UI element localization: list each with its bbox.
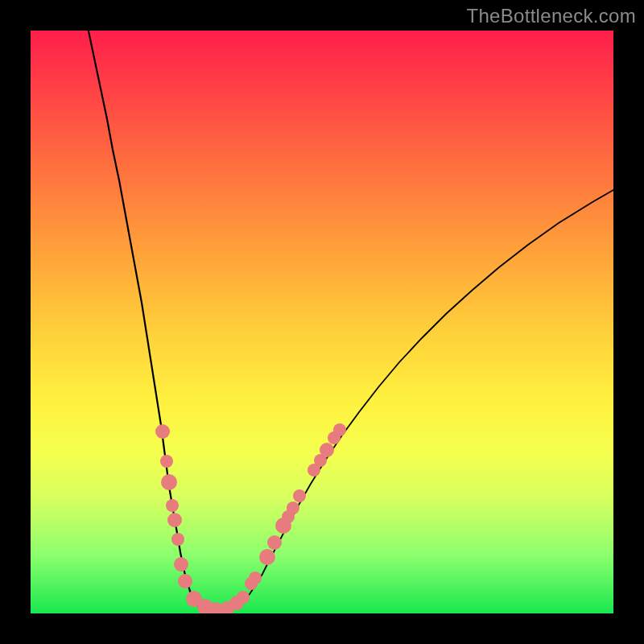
data-point xyxy=(237,591,250,604)
data-point xyxy=(166,499,179,512)
data-point xyxy=(171,533,184,546)
dot-layer xyxy=(31,31,613,613)
data-point xyxy=(287,502,299,514)
chart-frame: TheBottleneck.com xyxy=(0,0,644,644)
data-point xyxy=(155,424,170,439)
data-point xyxy=(161,474,177,490)
watermark-text: TheBottleneck.com xyxy=(466,5,636,27)
data-point xyxy=(333,423,346,436)
data-point xyxy=(293,489,306,502)
data-point xyxy=(167,513,182,527)
data-point xyxy=(320,443,334,457)
data-point xyxy=(160,455,173,468)
data-point xyxy=(178,574,192,588)
data-point xyxy=(259,549,275,565)
data-point xyxy=(174,557,188,572)
data-point xyxy=(267,535,282,550)
plot-area xyxy=(31,31,613,613)
data-point xyxy=(249,572,262,584)
